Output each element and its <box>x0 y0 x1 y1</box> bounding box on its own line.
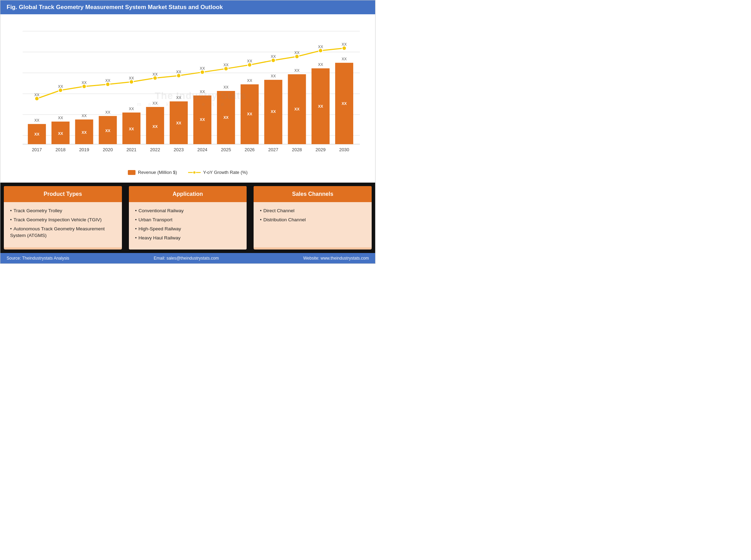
application-header: Application <box>129 186 247 202</box>
svg-text:XX: XX <box>176 70 181 74</box>
svg-text:XX: XX <box>294 107 300 111</box>
svg-text:2029: 2029 <box>316 147 326 152</box>
svg-text:XX: XX <box>58 84 63 89</box>
svg-text:XX: XX <box>342 57 347 61</box>
svg-text:XX: XX <box>223 85 229 89</box>
svg-text:2028: 2028 <box>292 147 302 152</box>
svg-text:2019: 2019 <box>79 147 89 152</box>
sales-channels-card: Sales Channels Direct Channel Distributi… <box>254 186 372 250</box>
svg-text:XX: XX <box>105 78 110 83</box>
svg-text:2026: 2026 <box>245 147 255 152</box>
application-body: Conventional Railway Urban Transport Hig… <box>129 202 247 250</box>
dot-2029 <box>318 48 323 53</box>
legend-line-icon <box>188 170 201 175</box>
svg-text:2027: 2027 <box>268 147 278 152</box>
svg-text:XX: XX <box>294 68 300 72</box>
list-item: Conventional Railway <box>135 208 241 214</box>
legend-revenue: Revenue (Million $) <box>128 170 177 175</box>
svg-text:XX: XX <box>34 118 40 122</box>
list-item: Track Geometry Inspection Vehicle (TGIV) <box>10 217 116 223</box>
svg-point-64 <box>193 171 196 174</box>
list-item: Direct Channel <box>260 208 365 214</box>
chart-header: Fig. Global Track Geometry Measurement S… <box>0 0 375 14</box>
svg-text:XX: XX <box>318 104 323 108</box>
chart-svg-wrapper: XX XX XX XX XX XX XX XX XX XX <box>9 21 367 167</box>
svg-text:XX: XX <box>318 62 323 67</box>
list-item: Autonomous Track Geometry Measurement Sy… <box>10 226 116 239</box>
legend-revenue-label: Revenue (Million $) <box>138 170 177 175</box>
chart-area: The Industry Stats m a r k e t r e s e a… <box>0 14 375 183</box>
dot-2018 <box>59 88 63 92</box>
svg-text:XX: XX <box>176 121 181 125</box>
svg-text:XX: XX <box>271 74 276 78</box>
dot-2020 <box>106 82 110 86</box>
svg-text:XX: XX <box>223 115 229 120</box>
dot-2024 <box>200 70 204 74</box>
svg-text:XX: XX <box>342 42 347 46</box>
application-card: Application Conventional Railway Urban T… <box>129 186 247 250</box>
svg-text:XX: XX <box>58 116 63 120</box>
svg-text:XX: XX <box>129 127 134 131</box>
svg-text:XX: XX <box>129 76 134 80</box>
chart-legend: Revenue (Million $) Y-oY Growth Rate (%) <box>9 167 367 179</box>
dot-2019 <box>82 84 86 89</box>
dot-2030 <box>342 46 346 50</box>
legend-bar-icon <box>128 170 136 175</box>
svg-text:XX: XX <box>153 101 158 105</box>
svg-text:XX: XX <box>34 132 40 136</box>
svg-text:XX: XX <box>153 72 158 76</box>
svg-text:XX: XX <box>318 45 323 49</box>
svg-text:XX: XX <box>271 54 276 59</box>
dot-2026 <box>248 63 252 67</box>
svg-text:2023: 2023 <box>174 147 184 152</box>
svg-text:2024: 2024 <box>197 147 207 152</box>
dot-2025 <box>224 67 228 71</box>
svg-text:XX: XX <box>271 109 276 114</box>
svg-text:XX: XX <box>247 59 252 63</box>
footer-source: Source: Theindustrystats Analysis <box>7 256 69 261</box>
svg-text:XX: XX <box>247 78 252 83</box>
footer-email: Email: sales@theindustrystats.com <box>154 256 219 261</box>
chart-svg: XX XX XX XX XX XX XX XX XX XX <box>9 21 367 167</box>
svg-text:2030: 2030 <box>339 147 349 152</box>
footer: Source: Theindustrystats Analysis Email:… <box>0 253 375 263</box>
dot-2022 <box>153 76 157 80</box>
svg-text:XX: XX <box>82 130 87 135</box>
svg-text:XX: XX <box>200 90 205 94</box>
list-item: Track Geometry Trolley <box>10 208 116 214</box>
list-item: High-Speed Railway <box>135 226 241 232</box>
legend-growth: Y-oY Growth Rate (%) <box>188 170 248 175</box>
dot-2021 <box>129 80 133 84</box>
application-list: Conventional Railway Urban Transport Hig… <box>135 208 241 241</box>
svg-text:XX: XX <box>200 66 205 70</box>
svg-text:XX: XX <box>82 80 87 85</box>
svg-text:2018: 2018 <box>55 147 65 152</box>
dot-2028 <box>295 54 299 59</box>
svg-text:2017: 2017 <box>32 147 42 152</box>
dot-2023 <box>177 74 181 78</box>
dot-2027 <box>271 58 276 62</box>
svg-text:XX: XX <box>223 63 229 67</box>
main-container: Fig. Global Track Geometry Measurement S… <box>0 0 376 264</box>
product-types-header: Product Types <box>4 186 122 202</box>
list-item: Distribution Channel <box>260 217 365 223</box>
svg-text:XX: XX <box>176 95 181 100</box>
svg-text:2021: 2021 <box>126 147 137 152</box>
legend-growth-label: Y-oY Growth Rate (%) <box>203 170 248 175</box>
svg-text:XX: XX <box>58 131 63 136</box>
bottom-section: Product Types Track Geometry Trolley Tra… <box>0 183 375 253</box>
svg-text:XX: XX <box>342 101 347 106</box>
product-types-body: Track Geometry Trolley Track Geometry In… <box>4 202 122 247</box>
list-item: Heavy Haul Railway <box>135 235 241 241</box>
svg-text:XX: XX <box>129 107 134 111</box>
sales-channels-body: Direct Channel Distribution Channel <box>254 202 372 247</box>
dot-2017 <box>35 97 39 101</box>
svg-text:XX: XX <box>200 117 205 122</box>
svg-text:2025: 2025 <box>221 147 231 152</box>
svg-text:XX: XX <box>105 129 110 133</box>
chart-title: Fig. Global Track Geometry Measurement S… <box>7 4 223 10</box>
svg-text:2022: 2022 <box>150 147 160 152</box>
svg-text:2020: 2020 <box>103 147 113 152</box>
svg-text:XX: XX <box>82 114 87 118</box>
product-types-list: Track Geometry Trolley Track Geometry In… <box>10 208 116 239</box>
